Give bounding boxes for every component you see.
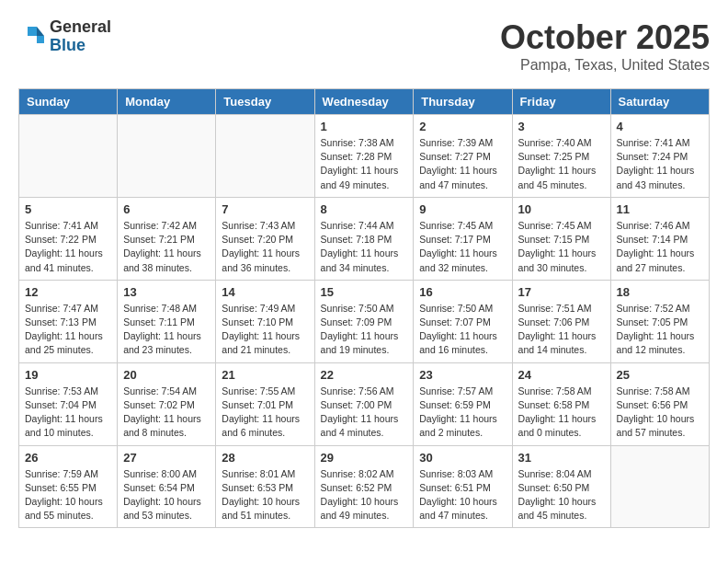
day-number: 20 xyxy=(123,368,210,382)
calendar-cell: 28Sunrise: 8:01 AM Sunset: 6:53 PM Dayli… xyxy=(216,445,314,528)
logo-text: General Blue xyxy=(50,18,111,55)
weekday-header: Monday xyxy=(118,89,216,115)
day-info: Sunrise: 7:59 AM Sunset: 6:55 PM Dayligh… xyxy=(25,467,111,523)
day-number: 6 xyxy=(123,202,210,216)
day-info: Sunrise: 7:40 AM Sunset: 7:25 PM Dayligh… xyxy=(518,136,605,192)
calendar-cell: 30Sunrise: 8:03 AM Sunset: 6:51 PM Dayli… xyxy=(414,445,512,528)
day-number: 18 xyxy=(617,285,703,299)
svg-marker-0 xyxy=(37,27,44,36)
calendar-cell: 8Sunrise: 7:44 AM Sunset: 7:18 PM Daylig… xyxy=(314,197,414,280)
day-info: Sunrise: 7:41 AM Sunset: 7:24 PM Dayligh… xyxy=(617,136,703,192)
day-info: Sunrise: 7:50 AM Sunset: 7:07 PM Dayligh… xyxy=(419,302,506,358)
day-number: 16 xyxy=(419,285,506,299)
day-info: Sunrise: 7:41 AM Sunset: 7:22 PM Dayligh… xyxy=(25,219,111,275)
day-number: 30 xyxy=(419,451,506,465)
calendar-cell: 17Sunrise: 7:51 AM Sunset: 7:06 PM Dayli… xyxy=(512,280,610,362)
day-number: 22 xyxy=(321,368,408,382)
day-number: 5 xyxy=(25,202,111,216)
day-info: Sunrise: 7:46 AM Sunset: 7:14 PM Dayligh… xyxy=(617,219,703,275)
calendar-cell: 15Sunrise: 7:50 AM Sunset: 7:09 PM Dayli… xyxy=(314,280,414,362)
calendar-cell xyxy=(19,115,118,198)
calendar-cell: 6Sunrise: 7:42 AM Sunset: 7:21 PM Daylig… xyxy=(118,197,216,280)
calendar-week-row: 19Sunrise: 7:53 AM Sunset: 7:04 PM Dayli… xyxy=(19,362,710,445)
calendar-cell: 27Sunrise: 8:00 AM Sunset: 6:54 PM Dayli… xyxy=(118,445,216,528)
calendar-cell: 25Sunrise: 7:58 AM Sunset: 6:56 PM Dayli… xyxy=(610,362,709,445)
day-number: 17 xyxy=(518,285,605,299)
day-info: Sunrise: 7:53 AM Sunset: 7:04 PM Dayligh… xyxy=(25,385,111,441)
logo-icon xyxy=(18,23,46,51)
day-number: 29 xyxy=(321,451,408,465)
logo-general: General xyxy=(50,18,111,37)
location: Pampa, Texas, United States xyxy=(500,57,710,74)
logo-blue: Blue xyxy=(50,37,111,55)
day-info: Sunrise: 8:03 AM Sunset: 6:51 PM Dayligh… xyxy=(419,467,506,523)
day-info: Sunrise: 7:58 AM Sunset: 6:58 PM Dayligh… xyxy=(518,385,605,441)
calendar-cell: 21Sunrise: 7:55 AM Sunset: 7:01 PM Dayli… xyxy=(216,362,314,445)
weekday-header: Saturday xyxy=(610,89,709,115)
calendar-cell: 5Sunrise: 7:41 AM Sunset: 7:22 PM Daylig… xyxy=(19,197,118,280)
day-number: 21 xyxy=(222,368,308,382)
calendar-cell: 10Sunrise: 7:45 AM Sunset: 7:15 PM Dayli… xyxy=(512,197,610,280)
day-number: 3 xyxy=(518,120,605,133)
day-number: 8 xyxy=(321,202,408,216)
calendar-cell: 18Sunrise: 7:52 AM Sunset: 7:05 PM Dayli… xyxy=(610,280,709,362)
day-info: Sunrise: 7:47 AM Sunset: 7:13 PM Dayligh… xyxy=(25,302,111,358)
calendar-week-row: 1Sunrise: 7:38 AM Sunset: 7:28 PM Daylig… xyxy=(19,115,710,198)
day-number: 7 xyxy=(222,202,308,216)
svg-marker-2 xyxy=(28,27,37,36)
weekday-header: Friday xyxy=(512,89,610,115)
calendar-cell: 20Sunrise: 7:54 AM Sunset: 7:02 PM Dayli… xyxy=(118,362,216,445)
day-info: Sunrise: 7:58 AM Sunset: 6:56 PM Dayligh… xyxy=(617,385,703,441)
month-title: October 2025 xyxy=(500,18,710,57)
day-info: Sunrise: 7:45 AM Sunset: 7:15 PM Dayligh… xyxy=(518,219,605,275)
weekday-header: Thursday xyxy=(414,89,512,115)
calendar-cell: 31Sunrise: 8:04 AM Sunset: 6:50 PM Dayli… xyxy=(512,445,610,528)
calendar-cell: 14Sunrise: 7:49 AM Sunset: 7:10 PM Dayli… xyxy=(216,280,314,362)
day-number: 12 xyxy=(25,285,111,299)
day-number: 15 xyxy=(321,285,408,299)
calendar-cell: 13Sunrise: 7:48 AM Sunset: 7:11 PM Dayli… xyxy=(118,280,216,362)
calendar-cell xyxy=(216,115,314,198)
calendar-week-row: 12Sunrise: 7:47 AM Sunset: 7:13 PM Dayli… xyxy=(19,280,710,362)
calendar-cell: 26Sunrise: 7:59 AM Sunset: 6:55 PM Dayli… xyxy=(19,445,118,528)
calendar-cell xyxy=(610,445,709,528)
day-info: Sunrise: 7:44 AM Sunset: 7:18 PM Dayligh… xyxy=(321,219,408,275)
calendar-cell: 1Sunrise: 7:38 AM Sunset: 7:28 PM Daylig… xyxy=(314,115,414,198)
calendar-cell: 16Sunrise: 7:50 AM Sunset: 7:07 PM Dayli… xyxy=(414,280,512,362)
day-info: Sunrise: 7:43 AM Sunset: 7:20 PM Dayligh… xyxy=(222,219,308,275)
day-number: 4 xyxy=(617,120,703,133)
logo: General Blue xyxy=(18,18,111,55)
day-info: Sunrise: 8:01 AM Sunset: 6:53 PM Dayligh… xyxy=(222,467,308,523)
calendar-cell: 11Sunrise: 7:46 AM Sunset: 7:14 PM Dayli… xyxy=(610,197,709,280)
day-info: Sunrise: 8:00 AM Sunset: 6:54 PM Dayligh… xyxy=(123,467,210,523)
day-info: Sunrise: 7:51 AM Sunset: 7:06 PM Dayligh… xyxy=(518,302,605,358)
day-info: Sunrise: 7:50 AM Sunset: 7:09 PM Dayligh… xyxy=(321,302,408,358)
day-number: 19 xyxy=(25,368,111,382)
day-number: 2 xyxy=(419,120,506,133)
day-info: Sunrise: 7:42 AM Sunset: 7:21 PM Dayligh… xyxy=(123,219,210,275)
calendar-week-row: 26Sunrise: 7:59 AM Sunset: 6:55 PM Dayli… xyxy=(19,445,710,528)
day-number: 24 xyxy=(518,368,605,382)
day-number: 14 xyxy=(222,285,308,299)
day-number: 23 xyxy=(419,368,506,382)
day-number: 13 xyxy=(123,285,210,299)
calendar-cell: 2Sunrise: 7:39 AM Sunset: 7:27 PM Daylig… xyxy=(414,115,512,198)
calendar-cell xyxy=(118,115,216,198)
weekday-header: Wednesday xyxy=(314,89,414,115)
day-number: 1 xyxy=(321,120,408,133)
day-info: Sunrise: 7:54 AM Sunset: 7:02 PM Dayligh… xyxy=(123,385,210,441)
calendar-cell: 24Sunrise: 7:58 AM Sunset: 6:58 PM Dayli… xyxy=(512,362,610,445)
calendar-cell: 23Sunrise: 7:57 AM Sunset: 6:59 PM Dayli… xyxy=(414,362,512,445)
calendar: SundayMondayTuesdayWednesdayThursdayFrid… xyxy=(18,88,710,528)
day-info: Sunrise: 7:39 AM Sunset: 7:27 PM Dayligh… xyxy=(419,136,506,192)
calendar-cell: 9Sunrise: 7:45 AM Sunset: 7:17 PM Daylig… xyxy=(414,197,512,280)
calendar-cell: 22Sunrise: 7:56 AM Sunset: 7:00 PM Dayli… xyxy=(314,362,414,445)
day-number: 9 xyxy=(419,202,506,216)
day-number: 27 xyxy=(123,451,210,465)
day-info: Sunrise: 7:52 AM Sunset: 7:05 PM Dayligh… xyxy=(617,302,703,358)
day-number: 10 xyxy=(518,202,605,216)
day-info: Sunrise: 7:48 AM Sunset: 7:11 PM Dayligh… xyxy=(123,302,210,358)
calendar-week-row: 5Sunrise: 7:41 AM Sunset: 7:22 PM Daylig… xyxy=(19,197,710,280)
day-number: 31 xyxy=(518,451,605,465)
weekday-header-row: SundayMondayTuesdayWednesdayThursdayFrid… xyxy=(19,89,710,115)
